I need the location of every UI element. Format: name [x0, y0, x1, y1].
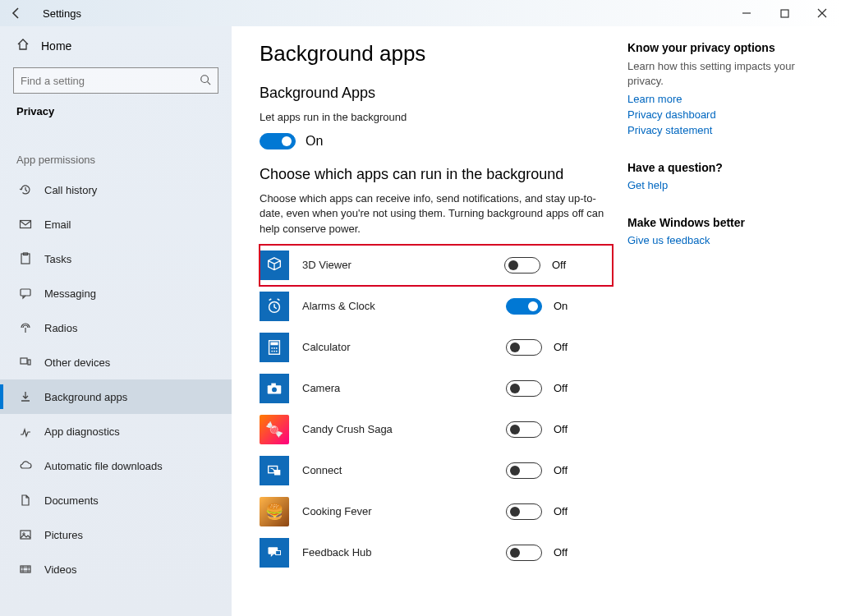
search-input[interactable] — [21, 75, 200, 87]
section-choose-apps: Choose which apps can run in the backgro… — [260, 166, 613, 183]
app-toggle-feedback-hub[interactable] — [506, 545, 542, 561]
pictures-icon — [16, 528, 34, 541]
svg-rect-10 — [21, 358, 27, 364]
nav-label: Radios — [44, 322, 77, 334]
maximize-button[interactable] — [765, 0, 803, 26]
app-state: Off — [554, 341, 568, 353]
nav-label: Messaging — [44, 287, 96, 300]
app-toggle-calculator[interactable] — [506, 339, 542, 356]
svg-rect-14 — [21, 566, 30, 572]
app-state: Off — [554, 546, 568, 559]
choose-apps-desc: Choose which apps can receive info, send… — [260, 191, 613, 237]
kyp-desc: Learn how this setting impacts your priv… — [627, 59, 816, 88]
app-toggle-cooking-fever[interactable] — [506, 503, 542, 520]
svg-point-19 — [273, 347, 275, 349]
svg-point-4 — [201, 75, 209, 82]
link-privacy-statement[interactable]: Privacy statement — [627, 124, 816, 136]
app-state: On — [554, 300, 568, 312]
svg-rect-30 — [276, 550, 281, 554]
kyp-title: Know your privacy options — [627, 41, 816, 54]
svg-rect-11 — [28, 360, 30, 365]
app-icon-calculator — [260, 333, 289, 362]
nav-pictures[interactable]: Pictures — [0, 517, 232, 552]
devices-icon — [16, 356, 34, 369]
nav-label: Pictures — [44, 529, 83, 541]
aside-panel: Know your privacy options Learn how this… — [627, 41, 816, 616]
nav-label: Documents — [44, 494, 99, 507]
link-learn-more[interactable]: Learn more — [627, 93, 816, 105]
diagnostics-icon — [16, 425, 34, 438]
document-icon — [16, 494, 34, 507]
svg-point-21 — [271, 350, 273, 352]
nav-label: Email — [44, 218, 71, 231]
app-state: Off — [554, 464, 568, 476]
svg-rect-25 — [271, 383, 276, 386]
home-nav[interactable]: Home — [0, 30, 232, 62]
minimize-button[interactable] — [728, 0, 765, 26]
app-icon-alarms — [260, 292, 289, 321]
app-row-feedback-hub: Feedback Hub Off — [260, 532, 613, 573]
download-icon — [16, 390, 34, 403]
master-toggle[interactable] — [260, 133, 296, 149]
nav-label: Background apps — [44, 391, 127, 403]
app-state: Off — [554, 382, 568, 394]
app-icon-candy-crush: 🍬 — [260, 415, 289, 444]
main-panel: Background apps Background Apps Let apps… — [232, 26, 841, 616]
app-name: Candy Crush Saga — [302, 423, 506, 435]
svg-point-22 — [273, 350, 275, 352]
app-toggle-candy-crush[interactable] — [506, 421, 542, 438]
category-label: Privacy — [0, 100, 232, 126]
search-box[interactable] — [13, 67, 218, 94]
svg-line-5 — [208, 81, 211, 85]
app-row-candy-crush: 🍬 Candy Crush Saga Off — [260, 409, 613, 450]
link-get-help[interactable]: Get help — [627, 179, 816, 191]
nav-auto-downloads[interactable]: Automatic file downloads — [0, 448, 232, 483]
app-icon-connect — [260, 456, 289, 485]
mwb-title: Make Windows better — [627, 216, 816, 229]
app-name: Alarms & Clock — [302, 300, 506, 312]
app-name: 3D Viewer — [302, 259, 504, 271]
nav-label: Automatic file downloads — [44, 460, 163, 472]
messaging-icon — [16, 287, 34, 300]
nav-radios[interactable]: Radios — [0, 310, 232, 345]
titlebar: Settings — [0, 0, 841, 26]
svg-point-20 — [276, 347, 278, 349]
nav-other-devices[interactable]: Other devices — [0, 345, 232, 379]
app-toggle-connect[interactable] — [506, 462, 542, 479]
master-toggle-state: On — [306, 134, 323, 149]
window-title: Settings — [43, 7, 81, 20]
nav-label: Videos — [44, 563, 77, 576]
home-icon — [16, 38, 30, 54]
app-name: Camera — [302, 382, 506, 394]
svg-rect-1 — [781, 10, 788, 17]
sidebar: Home Privacy App permissions Call histor… — [0, 26, 232, 616]
link-privacy-dashboard[interactable]: Privacy dashboard — [627, 108, 816, 121]
app-list: 3D Viewer Off Alarms & Clock On Calculat… — [260, 245, 613, 573]
link-feedback[interactable]: Give us feedback — [627, 234, 816, 246]
nav-videos[interactable]: Videos — [0, 552, 232, 586]
nav-tasks[interactable]: Tasks — [0, 241, 232, 276]
back-button[interactable] — [0, 0, 33, 26]
svg-point-26 — [272, 387, 277, 392]
app-toggle-3d-viewer[interactable] — [504, 257, 540, 274]
app-row-alarms: Alarms & Clock On — [260, 286, 613, 327]
tasks-icon — [16, 252, 34, 265]
app-state: Off — [552, 259, 566, 271]
nav-email[interactable]: Email — [0, 207, 232, 241]
svg-rect-9 — [21, 289, 30, 296]
app-row-3d-viewer: 3D Viewer Off — [260, 245, 613, 286]
nav-app-diagnostics[interactable]: App diagnostics — [0, 414, 232, 448]
app-toggle-camera[interactable] — [506, 380, 542, 397]
nav-documents[interactable]: Documents — [0, 483, 232, 517]
app-toggle-alarms[interactable] — [506, 298, 542, 315]
nav-call-history[interactable]: Call history — [0, 172, 232, 207]
nav-background-apps[interactable]: Background apps — [0, 379, 232, 414]
home-label: Home — [41, 39, 71, 53]
nav-label: Call history — [44, 184, 97, 196]
nav-messaging[interactable]: Messaging — [0, 276, 232, 310]
history-icon — [16, 183, 34, 196]
close-button[interactable] — [803, 0, 841, 26]
cloud-icon — [16, 459, 34, 472]
svg-rect-28 — [274, 470, 280, 475]
app-row-camera: Camera Off — [260, 368, 613, 409]
